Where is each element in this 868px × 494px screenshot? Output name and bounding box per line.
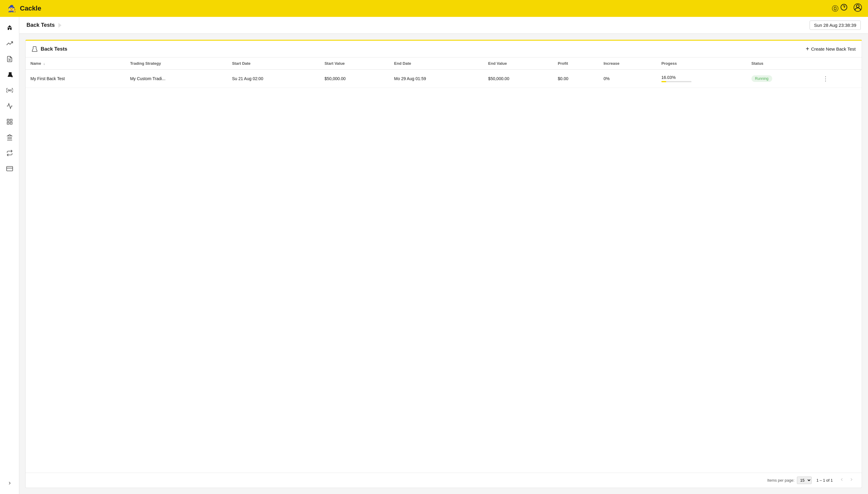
svg-marker-18 bbox=[7, 135, 12, 136]
sidebar-item-signals[interactable] bbox=[2, 83, 17, 98]
help-button[interactable]: ⓪ bbox=[832, 4, 848, 13]
document-icon bbox=[6, 56, 13, 62]
pagination-info: 1 – 1 of 1 bbox=[816, 478, 833, 482]
cell-start-date: Su 21 Aug 02:00 bbox=[227, 70, 320, 88]
main-layout: Back Tests Sun 28 Aug 23:38:39 Back Test… bbox=[0, 17, 868, 494]
col-actions bbox=[815, 58, 862, 70]
card-flask-icon bbox=[32, 46, 38, 52]
col-profit: Profit bbox=[553, 58, 599, 70]
flask-icon bbox=[6, 71, 13, 78]
col-progress: Progess bbox=[657, 58, 747, 70]
table-body: My First Back Test My Custom Tradi... Su… bbox=[25, 70, 862, 88]
performance-icon bbox=[6, 103, 13, 109]
progress-bar-fill bbox=[661, 81, 666, 82]
col-name[interactable]: Name ↓ bbox=[25, 58, 125, 70]
wallet-icon bbox=[6, 165, 13, 172]
svg-rect-11 bbox=[7, 122, 9, 124]
card-header: Back Tests + Create New Back Test bbox=[25, 41, 862, 58]
expand-icon bbox=[7, 481, 12, 486]
sidebar-item-chart[interactable] bbox=[2, 36, 17, 51]
cell-status: Running bbox=[747, 70, 815, 88]
cell-actions: ⋮ bbox=[815, 70, 862, 88]
content-area: Back Tests Sun 28 Aug 23:38:39 Back Test… bbox=[19, 17, 868, 494]
card-title-area: Back Tests bbox=[32, 46, 67, 52]
trending-up-icon bbox=[6, 40, 13, 47]
svg-rect-9 bbox=[7, 119, 9, 121]
sidebar-item-home[interactable] bbox=[2, 20, 17, 35]
cell-start-value: $50,000.00 bbox=[320, 70, 389, 88]
sidebar-item-grid[interactable] bbox=[2, 114, 17, 129]
page-header: Back Tests Sun 28 Aug 23:38:39 bbox=[19, 17, 868, 34]
progress-value: 16.03% bbox=[661, 75, 742, 80]
cell-progress: 16.03% bbox=[657, 70, 747, 88]
svg-point-8 bbox=[9, 90, 10, 91]
items-per-page-select[interactable]: 15 25 50 bbox=[797, 477, 812, 484]
signals-icon bbox=[6, 87, 13, 94]
datetime-display: Sun 28 Aug 23:38:39 bbox=[810, 20, 861, 30]
svg-point-4 bbox=[856, 5, 859, 7]
table-header: Name ↓ Trading Strategy Start Date bbox=[25, 58, 862, 70]
navbar: 🧙 Cackle ⓪ bbox=[0, 0, 868, 17]
cell-increase: 0% bbox=[599, 70, 657, 88]
back-tests-table: Name ↓ Trading Strategy Start Date bbox=[25, 58, 862, 88]
col-end-value: End Value bbox=[483, 58, 553, 70]
navbar-right: ⓪ bbox=[832, 3, 862, 14]
svg-rect-10 bbox=[10, 119, 12, 121]
row-actions-button[interactable]: ⋮ bbox=[820, 74, 831, 83]
home-icon bbox=[6, 24, 13, 31]
col-trading-strategy: Trading Strategy bbox=[125, 58, 227, 70]
grid-icon bbox=[6, 118, 13, 125]
user-button[interactable] bbox=[853, 3, 862, 14]
table-row[interactable]: My First Back Test My Custom Tradi... Su… bbox=[25, 70, 862, 88]
create-back-test-button[interactable]: + Create New Back Test bbox=[806, 45, 856, 52]
card-footer: Items per page: 15 25 50 1 – 1 of 1 bbox=[25, 473, 862, 488]
bank-icon bbox=[6, 134, 13, 141]
svg-text:🧙: 🧙 bbox=[8, 4, 16, 13]
col-start-value: Start Value bbox=[320, 58, 389, 70]
cell-end-date: Mo 29 Aug 01:59 bbox=[389, 70, 483, 88]
prev-page-button[interactable] bbox=[837, 477, 846, 484]
sidebar bbox=[0, 17, 19, 494]
col-end-date: End Date bbox=[389, 58, 483, 70]
user-avatar-icon bbox=[853, 3, 862, 12]
items-per-page-label: Items per page: bbox=[767, 478, 794, 482]
sidebar-item-performance[interactable] bbox=[2, 99, 17, 113]
col-status: Status bbox=[747, 58, 815, 70]
back-tests-table-container: Name ↓ Trading Strategy Start Date bbox=[25, 58, 862, 473]
sidebar-item-wallet[interactable] bbox=[2, 162, 17, 176]
sidebar-item-backtest[interactable] bbox=[2, 68, 17, 82]
chevron-left-icon bbox=[840, 477, 844, 482]
sidebar-expand-button[interactable] bbox=[2, 476, 17, 490]
create-button-label: Create New Back Test bbox=[811, 46, 856, 52]
progress-bar-bg bbox=[661, 81, 692, 82]
inner-content: Back Tests + Create New Back Test Name bbox=[19, 34, 868, 494]
back-tests-card: Back Tests + Create New Back Test Name bbox=[25, 40, 862, 488]
pagination-controls bbox=[837, 477, 856, 484]
exchange-icon bbox=[6, 150, 13, 156]
sidebar-item-exchange[interactable] bbox=[2, 146, 17, 160]
cell-end-value: $50,000.00 bbox=[483, 70, 553, 88]
col-start-date: Start Date bbox=[227, 58, 320, 70]
logo-icon: 🧙 bbox=[6, 3, 17, 14]
brand: 🧙 Cackle bbox=[6, 3, 41, 14]
status-badge: Running bbox=[751, 75, 772, 82]
next-page-button[interactable] bbox=[847, 477, 856, 484]
svg-rect-12 bbox=[10, 122, 12, 124]
cell-trading-strategy: My Custom Tradi... bbox=[125, 70, 227, 88]
items-per-page-control: Items per page: 15 25 50 bbox=[767, 477, 811, 484]
col-increase: Increase bbox=[599, 58, 657, 70]
sort-icon: ↓ bbox=[43, 62, 45, 65]
card-title: Back Tests bbox=[41, 46, 67, 52]
chevron-right-icon bbox=[849, 477, 854, 482]
svg-rect-19 bbox=[6, 167, 12, 171]
cell-name: My First Back Test bbox=[25, 70, 125, 88]
help-circle-icon bbox=[840, 4, 848, 11]
help-icon: ⓪ bbox=[832, 5, 838, 12]
page-title: Back Tests bbox=[26, 22, 61, 28]
sidebar-item-document[interactable] bbox=[2, 52, 17, 66]
plus-icon: + bbox=[806, 45, 809, 52]
cell-profit: $0.00 bbox=[553, 70, 599, 88]
brand-name: Cackle bbox=[20, 4, 41, 12]
sidebar-item-bank[interactable] bbox=[2, 130, 17, 145]
